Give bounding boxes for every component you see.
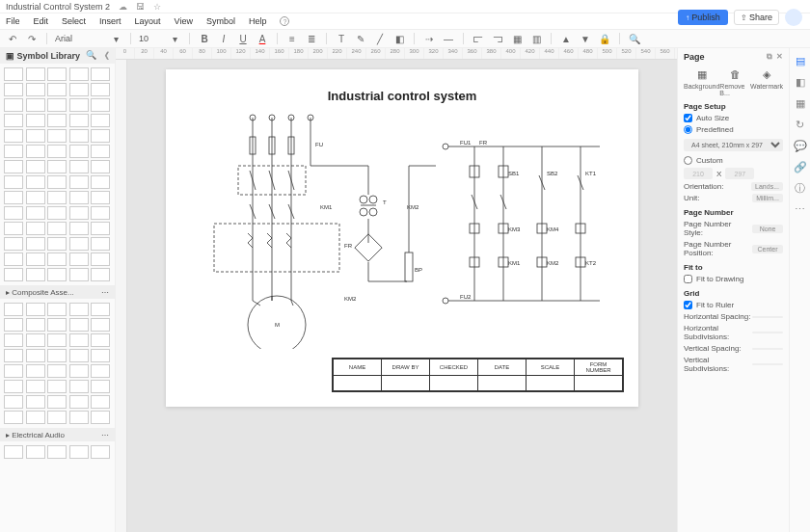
symbol-item[interactable] xyxy=(69,114,89,127)
symbol-item[interactable] xyxy=(4,222,23,235)
page-panel-icon[interactable]: ▤ xyxy=(794,54,807,67)
symbol-item[interactable] xyxy=(4,445,23,459)
symbol-item[interactable] xyxy=(47,145,67,158)
symbol-item[interactable] xyxy=(26,318,45,332)
chevron-down-icon[interactable]: ▾ xyxy=(168,32,181,45)
symbol-item[interactable] xyxy=(4,145,23,158)
symbol-item[interactable] xyxy=(26,83,45,96)
canvas-area[interactable]: 0204060801001201401601802002202402602803… xyxy=(116,48,677,532)
symbol-item[interactable] xyxy=(47,206,67,220)
symbol-item[interactable] xyxy=(69,411,89,424)
symbol-item[interactable] xyxy=(69,380,89,393)
symbol-item[interactable] xyxy=(26,145,45,158)
symbol-item[interactable] xyxy=(91,268,110,281)
close-icon[interactable]: ✕ xyxy=(776,52,783,62)
menu-file[interactable]: File xyxy=(6,16,20,26)
help-icon[interactable]: ? xyxy=(280,16,289,26)
symbol-item[interactable] xyxy=(4,160,23,173)
symbol-item[interactable] xyxy=(69,145,89,158)
symbol-item[interactable] xyxy=(4,191,23,204)
search-icon[interactable]: 🔍 xyxy=(86,50,96,63)
menu-edit[interactable]: Edit xyxy=(34,16,49,26)
symbol-item[interactable] xyxy=(91,206,110,220)
paper-select[interactable]: A4 sheet, 210mm x 297 mm xyxy=(684,139,783,151)
auto-size-checkbox[interactable] xyxy=(684,114,692,122)
search-icon[interactable]: 🔍 xyxy=(628,32,641,45)
symbol-item[interactable] xyxy=(4,318,23,332)
symbol-item[interactable] xyxy=(91,160,110,173)
symbol-item[interactable] xyxy=(91,364,110,378)
symbol-item[interactable] xyxy=(91,395,110,409)
connector-icon[interactable]: ⇢ xyxy=(422,32,436,45)
symbol-item[interactable] xyxy=(69,364,89,378)
symbol-item[interactable] xyxy=(4,349,23,362)
custom-radio[interactable] xyxy=(684,156,692,165)
font-select[interactable] xyxy=(55,34,103,43)
symbol-item[interactable] xyxy=(69,445,89,459)
cloud-icon[interactable]: ☁ xyxy=(118,2,127,12)
unit-select[interactable]: Millim... xyxy=(752,194,783,202)
collapse-icon[interactable]: 《 xyxy=(100,50,109,63)
chevron-down-icon[interactable]: ▾ xyxy=(109,32,122,45)
symbol-item[interactable] xyxy=(26,380,45,393)
width-input[interactable]: 210 xyxy=(684,168,713,179)
fill-icon[interactable]: ◧ xyxy=(392,32,406,45)
symbol-item[interactable] xyxy=(47,445,67,459)
symbol-item[interactable] xyxy=(4,411,23,424)
h-spacing-input[interactable] xyxy=(752,316,783,318)
symbol-item[interactable] xyxy=(4,253,23,266)
symbol-item[interactable] xyxy=(4,380,23,393)
symbol-item[interactable] xyxy=(4,395,23,409)
line-style-icon[interactable]: — xyxy=(442,32,455,45)
group-icon[interactable]: ▦ xyxy=(510,32,524,45)
symbol-item[interactable] xyxy=(47,333,67,347)
pn-style-select[interactable]: None xyxy=(752,225,783,233)
symbol-item[interactable] xyxy=(91,83,110,96)
symbol-item[interactable] xyxy=(91,411,110,424)
menu-help[interactable]: Help xyxy=(249,16,267,26)
redo-icon[interactable]: ↷ xyxy=(25,32,39,45)
symbol-item[interactable] xyxy=(26,411,45,424)
symbol-item[interactable] xyxy=(47,303,67,316)
more-icon[interactable]: ⋯ xyxy=(794,202,807,216)
symbol-item[interactable] xyxy=(26,349,45,362)
symbol-item[interactable] xyxy=(4,333,23,347)
tab-background[interactable]: ▦Background xyxy=(684,67,719,96)
symbol-item[interactable] xyxy=(91,175,110,189)
symbol-item[interactable] xyxy=(91,380,110,393)
symbol-item[interactable] xyxy=(47,380,67,393)
symbol-item[interactable] xyxy=(47,160,67,173)
symbol-item[interactable] xyxy=(47,411,67,424)
history-icon[interactable]: ↻ xyxy=(794,118,807,131)
symbol-item[interactable] xyxy=(47,237,67,251)
symbol-item[interactable] xyxy=(47,395,67,409)
symbol-item[interactable] xyxy=(91,222,110,235)
distribute-icon[interactable]: ⫎ xyxy=(491,32,504,45)
symbol-item[interactable] xyxy=(69,222,89,235)
symbol-item[interactable] xyxy=(47,253,67,266)
symbol-item[interactable] xyxy=(69,67,89,81)
symbol-item[interactable] xyxy=(69,98,89,112)
menu-select[interactable]: Select xyxy=(62,16,86,26)
symbol-item[interactable] xyxy=(91,445,110,459)
symbol-item[interactable] xyxy=(4,114,23,127)
symbol-item[interactable] xyxy=(4,175,23,189)
share-button[interactable]: ⇪ Share xyxy=(734,10,779,25)
ungroup-icon[interactable]: ▥ xyxy=(529,32,543,45)
symbol-item[interactable] xyxy=(4,67,23,81)
font-color-icon[interactable]: A xyxy=(256,32,269,45)
text-tool-icon[interactable]: T xyxy=(335,32,348,45)
symbol-item[interactable] xyxy=(47,268,67,281)
symbol-item[interactable] xyxy=(47,83,67,96)
layers-icon[interactable]: ▦ xyxy=(794,96,807,110)
save-icon[interactable]: 🖫 xyxy=(135,2,145,12)
symbol-item[interactable] xyxy=(91,303,110,316)
symbol-item[interactable] xyxy=(69,160,89,173)
symbol-item[interactable] xyxy=(69,268,89,281)
comments-icon[interactable]: 💬 xyxy=(794,139,807,152)
symbol-item[interactable] xyxy=(47,222,67,235)
underline-icon[interactable]: U xyxy=(236,32,250,45)
h-sub-input[interactable] xyxy=(752,332,783,333)
symbol-item[interactable] xyxy=(47,175,67,189)
send-back-icon[interactable]: ▼ xyxy=(579,32,592,45)
